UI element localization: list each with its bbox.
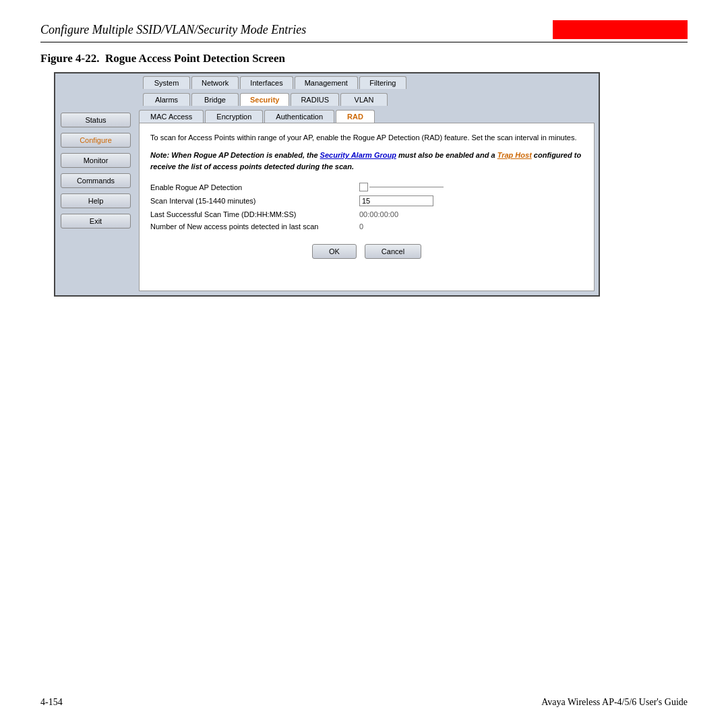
note-link-trap-host[interactable]: Trap Host — [497, 151, 532, 159]
inner-tabs: MAC Access Encryption Authentication RAD — [139, 110, 595, 123]
inner-tab-authentication[interactable]: Authentication — [264, 110, 334, 123]
tab-security[interactable]: Security — [240, 93, 289, 106]
figure-title: Figure 4-22. Rogue Access Point Detectio… — [40, 52, 688, 65]
screenshot-container: System Network Interfaces Management Fil… — [54, 72, 600, 297]
tab-bridge[interactable]: Bridge — [191, 93, 239, 106]
guide-title: Avaya Wireless AP-4/5/6 User's Guide — [541, 697, 688, 708]
tab-interfaces[interactable]: Interfaces — [240, 76, 293, 89]
label-enable-rad: Enable Rogue AP Detection — [150, 183, 359, 191]
ok-button[interactable]: OK — [312, 244, 357, 259]
tab-filtering[interactable]: Filtering — [359, 76, 406, 89]
value-last-scan: 00:00:00:00 — [359, 210, 398, 218]
form-row-scan-interval: Scan Interval (15-1440 minutes) — [150, 195, 583, 206]
label-last-scan: Last Successful Scan Time (DD:HH:MM:SS) — [150, 210, 359, 218]
sidebar-btn-configure[interactable]: Configure — [61, 133, 131, 148]
inner-content: To scan for Access Points within range o… — [139, 123, 595, 291]
label-scan-interval: Scan Interval (15-1440 minutes) — [150, 197, 359, 205]
sidebar: Status Configure Monitor Commands Help E… — [55, 106, 136, 295]
inner-tab-rad[interactable]: RAD — [336, 110, 375, 123]
header-divider — [40, 42, 688, 42]
form-row-enable: Enable Rogue AP Detection — [150, 183, 583, 191]
tab-system[interactable]: System — [143, 76, 190, 89]
sidebar-btn-status[interactable]: Status — [61, 113, 131, 127]
note-link-security-alarm[interactable]: Security Alarm Group — [320, 151, 396, 159]
tab-vlan[interactable]: VLAN — [340, 93, 388, 106]
form-row-new-ap: Number of New access points detected in … — [150, 222, 583, 231]
main-panel: MAC Access Encryption Authentication RAD… — [136, 106, 599, 295]
buttons-row: OK Cancel — [150, 244, 583, 259]
tab-radius[interactable]: RADIUS — [291, 93, 339, 106]
description-text: To scan for Access Points within range o… — [150, 133, 583, 143]
cancel-button[interactable]: Cancel — [365, 244, 421, 259]
note-prefix: Note: When Rogue AP Detection is enabled… — [150, 151, 320, 159]
sidebar-btn-exit[interactable]: Exit — [61, 214, 131, 229]
figure-label: Figure 4-22. — [40, 52, 100, 65]
input-scan-interval[interactable] — [359, 195, 433, 206]
page-number: 4-154 — [40, 697, 63, 708]
nav-row-1: System Network Interfaces Management Fil… — [55, 73, 599, 89]
label-new-ap: Number of New access points detected in … — [150, 222, 359, 231]
note-text: Note: When Rogue AP Detection is enabled… — [150, 150, 583, 172]
sidebar-btn-monitor[interactable]: Monitor — [61, 153, 131, 168]
doc-header: Configure Multiple SSID/VLAN/Security Mo… — [40, 20, 688, 39]
note-middle: must also be enabled and a — [396, 151, 497, 159]
doc-footer: 4-154 Avaya Wireless AP-4/5/6 User's Gui… — [40, 697, 688, 708]
nav-row-2: Alarms Bridge Security RADIUS VLAN — [55, 90, 599, 106]
figure-title-text: Rogue Access Point Detection Screen — [105, 52, 285, 65]
tab-alarms[interactable]: Alarms — [143, 93, 190, 106]
inner-tab-encryption[interactable]: Encryption — [205, 110, 263, 123]
doc-title: Configure Multiple SSID/VLAN/Security Mo… — [40, 23, 306, 37]
form-row-last-scan: Last Successful Scan Time (DD:HH:MM:SS) … — [150, 210, 583, 218]
red-bar — [553, 20, 688, 39]
tab-network[interactable]: Network — [191, 76, 239, 89]
inner-tab-mac-access[interactable]: MAC Access — [139, 110, 204, 123]
tab-management[interactable]: Management — [295, 76, 358, 89]
sidebar-btn-help[interactable]: Help — [61, 193, 131, 208]
checkbox-enable-rad[interactable] — [359, 183, 368, 191]
sidebar-btn-commands[interactable]: Commands — [61, 173, 131, 188]
value-new-ap: 0 — [359, 222, 363, 231]
content-area: Status Configure Monitor Commands Help E… — [55, 106, 599, 295]
